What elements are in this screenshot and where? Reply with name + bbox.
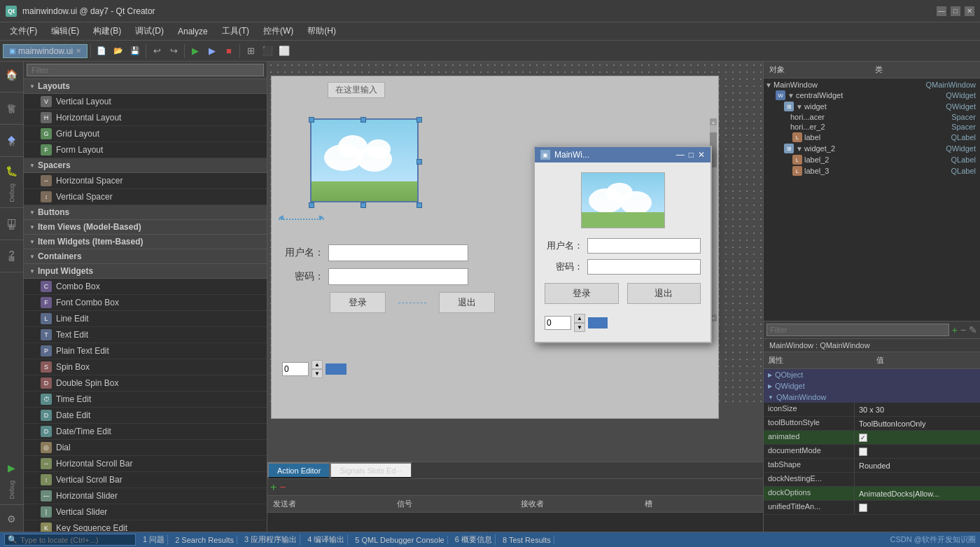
activity-project[interactable]: ◫: [2, 212, 22, 232]
tree-centralwidget[interactable]: W ▼ centralWidget QWidget: [765, 90, 979, 101]
prop-group-qmainwindow[interactable]: QMainWindow: [764, 392, 980, 403]
status-qml-debugger[interactable]: 5 QML Debugger Console: [352, 536, 447, 544]
unifiedtitle-checkbox[interactable]: [859, 504, 867, 512]
prop-group-qwidget[interactable]: QWidget: [764, 380, 980, 392]
spinbox-input[interactable]: [282, 362, 309, 376]
spinbox-down[interactable]: ▼: [312, 369, 323, 378]
float-spinbox-down[interactable]: ▼: [574, 323, 585, 332]
menu-build[interactable]: 构建(B): [86, 24, 128, 39]
tab-signals-slots[interactable]: Signals Slots Ed···: [330, 462, 411, 478]
widget-horizontal-slider[interactable]: — Horizontal Slider: [24, 488, 267, 504]
widget-vertical-scrollbar[interactable]: ↕ Vertical Scroll Bar: [24, 472, 267, 488]
widget-combo-box[interactable]: C Combo Box: [24, 279, 267, 295]
float-password-input[interactable]: [587, 259, 701, 275]
widget-vertical-spacer[interactable]: ↕ Vertical Spacer: [24, 189, 267, 205]
tree-hori-er2[interactable]: hori...er_2 Spacer: [765, 122, 979, 132]
bottom-add-btn[interactable]: +: [270, 481, 276, 494]
widget-horizontal-layout[interactable]: H Horizontal Layout: [24, 110, 267, 126]
username-input[interactable]: [328, 244, 468, 261]
editor-tab-mainwindow[interactable]: ▣ mainwindow.ui ✕: [3, 44, 88, 58]
widget-filter-input[interactable]: [27, 64, 264, 76]
minimize-button[interactable]: —: [937, 6, 946, 16]
editor-tab-close[interactable]: ✕: [76, 47, 81, 55]
animated-checkbox[interactable]: ✓: [859, 434, 867, 442]
documentmode-checkbox[interactable]: [859, 448, 867, 456]
login-button[interactable]: 登录: [330, 292, 386, 313]
category-spacers[interactable]: Spacers: [24, 158, 267, 173]
float-login-button[interactable]: 登录: [545, 283, 619, 304]
widget-text-edit[interactable]: T Text Edit: [24, 327, 267, 343]
widget-horizontal-scrollbar[interactable]: ↔ Horizontal Scroll Bar: [24, 456, 267, 472]
activity-debug[interactable]: 🐛: [2, 161, 22, 181]
widget-grid-layout[interactable]: G Grid Layout: [24, 126, 267, 142]
menu-help[interactable]: 帮助(H): [300, 24, 343, 39]
cloud-image-widget[interactable]: [310, 118, 419, 202]
activity-edit[interactable]: ✏: [2, 97, 22, 116]
close-button[interactable]: ✕: [965, 6, 974, 16]
bottom-remove-btn[interactable]: −: [279, 481, 286, 494]
props-edit-btn[interactable]: ✎: [969, 324, 977, 335]
menu-file[interactable]: 文件(F): [3, 24, 44, 39]
activity-welcome[interactable]: 🏠: [2, 64, 22, 84]
float-minimize[interactable]: —: [676, 150, 685, 160]
menu-analyze[interactable]: Analyze: [171, 25, 215, 38]
status-test-results[interactable]: 8 Test Results: [500, 536, 554, 544]
spinbox-up[interactable]: ▲: [312, 360, 323, 369]
category-buttons[interactable]: Buttons: [24, 205, 267, 220]
status-search-results[interactable]: 2 Search Results: [172, 536, 237, 544]
float-close[interactable]: ✕: [698, 150, 705, 160]
widget-date-edit[interactable]: D Date Edit: [24, 408, 267, 424]
widget-dial[interactable]: ◎ Dial: [24, 440, 267, 456]
toolbar-btn-save[interactable]: 💾: [127, 43, 143, 59]
status-compile-output[interactable]: 4 编译输出: [304, 534, 348, 545]
prop-group-qobject[interactable]: QObject: [764, 369, 980, 380]
widget-vertical-slider[interactable]: | Vertical Slider: [24, 504, 267, 520]
activity-run[interactable]: ▶: [2, 458, 22, 478]
exit-button[interactable]: 退出: [439, 292, 495, 313]
status-search-input[interactable]: [20, 536, 132, 544]
props-remove-btn[interactable]: −: [960, 324, 966, 335]
tree-hori-acer[interactable]: hori...acer Spacer: [765, 112, 979, 122]
toolbar-btn-open[interactable]: 📂: [111, 43, 126, 59]
tree-widget2[interactable]: ⊞ ▼ widget_2 QWidget: [765, 143, 979, 154]
tree-mainwindow[interactable]: ▼ MainWindow QMainWindow: [765, 80, 979, 90]
widget-time-edit[interactable]: ⏱ Time Edit: [24, 392, 267, 408]
widget-horizontal-spacer[interactable]: ↔ Horizontal Spacer: [24, 173, 267, 189]
menu-debug[interactable]: 调试(D): [128, 24, 171, 39]
status-app-output[interactable]: 3 应用程序输出: [241, 534, 300, 545]
category-layouts[interactable]: Layouts: [24, 79, 267, 94]
category-item-views[interactable]: Item Views (Model-Based): [24, 220, 267, 235]
tab-action-editor[interactable]: Action Editor: [267, 462, 330, 478]
toolbar-btn-vert-layout[interactable]: ⬜: [276, 43, 292, 59]
toolbar-btn-horz-layout[interactable]: ⬛: [260, 43, 275, 59]
tree-label3[interactable]: L label_3 QLabel: [765, 165, 979, 176]
toolbar-btn-new[interactable]: 📄: [94, 43, 109, 59]
tree-label[interactable]: L label QLabel: [765, 132, 979, 143]
widget-form-layout[interactable]: F Form Layout: [24, 142, 267, 158]
toolbar-btn-redo[interactable]: ↪: [166, 43, 181, 59]
widget-spin-box[interactable]: S Spin Box: [24, 359, 267, 375]
float-spinbox-input[interactable]: [545, 316, 571, 330]
activity-settings[interactable]: ⚙: [2, 509, 22, 529]
float-maximize[interactable]: □: [689, 150, 694, 160]
float-username-input[interactable]: [587, 238, 701, 254]
toolbar-btn-grid[interactable]: ⊞: [243, 43, 258, 59]
menu-tools[interactable]: 工具(T): [215, 24, 256, 39]
activity-design[interactable]: ◆: [2, 129, 22, 148]
float-spinbox-up[interactable]: ▲: [574, 314, 585, 323]
widget-double-spin-box[interactable]: D Double Spin Box: [24, 375, 267, 392]
props-filter-input[interactable]: [766, 324, 949, 336]
horizontal-spacer-widget[interactable]: ◀ ▶: [279, 213, 324, 226]
props-add-btn[interactable]: +: [952, 324, 958, 335]
category-item-widgets[interactable]: Item Widgets (Item-Based): [24, 235, 267, 249]
toolbar-btn-debug-run[interactable]: ▶: [204, 43, 220, 59]
toolbar-btn-stop[interactable]: ■: [221, 43, 237, 59]
scrollbar-up-btn[interactable]: ▲: [710, 118, 717, 125]
activity-help[interactable]: ?: [2, 244, 22, 264]
float-exit-button[interactable]: 退出: [627, 283, 701, 304]
status-overview[interactable]: 6 概要信息: [452, 534, 496, 545]
category-containers[interactable]: Containers: [24, 249, 267, 264]
widget-datetime-edit[interactable]: D Date/Time Edit: [24, 424, 267, 440]
toolbar-btn-run[interactable]: ▶: [188, 43, 203, 59]
menu-widgets[interactable]: 控件(W): [256, 24, 300, 39]
